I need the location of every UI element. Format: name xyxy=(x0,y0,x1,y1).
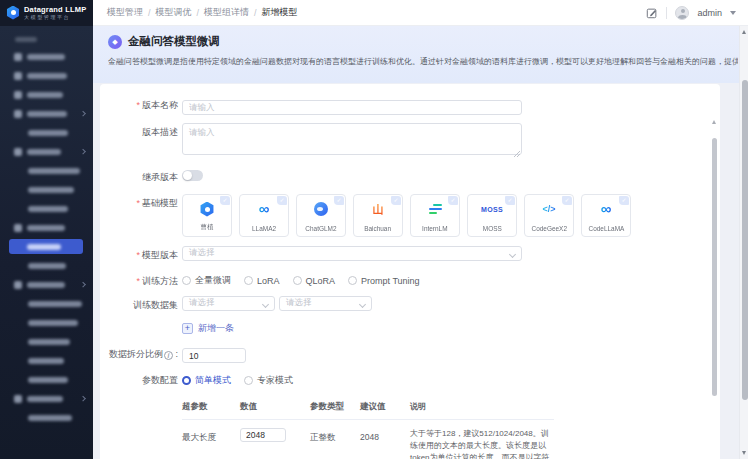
sidebar-item-label xyxy=(28,377,68,383)
sidebar-item[interactable] xyxy=(0,104,93,123)
base-model-label: 基础模型 xyxy=(100,194,178,237)
meta-infinity-logo: ∞ xyxy=(240,201,288,218)
scroll-up-icon[interactable] xyxy=(742,30,746,34)
model-card-ChatGLM2[interactable]: ✓ChatGLM2 xyxy=(296,194,346,237)
param-config-row: 参数配置 简单模式专家模式 xyxy=(100,371,720,387)
sidebar-item[interactable] xyxy=(0,218,93,237)
sidebar-item-active[interactable] xyxy=(0,237,93,256)
sidebar-item[interactable] xyxy=(0,351,93,370)
page-scrollbar-thumb[interactable] xyxy=(742,80,748,400)
sidebar-item[interactable] xyxy=(0,47,93,66)
train-method-radio[interactable]: 全量微调 xyxy=(182,274,231,287)
inherit-toggle[interactable] xyxy=(182,170,203,181)
sidebar-item[interactable] xyxy=(0,199,93,218)
breadcrumb-item[interactable]: 模型组详情 xyxy=(204,6,249,19)
page-scrollbar[interactable] xyxy=(739,26,748,459)
dataset-select[interactable]: 请选择 xyxy=(182,296,275,311)
sidebar-item-label xyxy=(27,111,67,117)
train-method-radio[interactable]: QLoRA xyxy=(293,276,336,286)
param-config-radio[interactable]: 专家模式 xyxy=(244,374,293,387)
param-desc: 大于等于128，建议512/1024/2048。训练使用的文本的最大长度。该长度… xyxy=(410,428,554,459)
chevron-down-icon[interactable] xyxy=(730,11,736,15)
breadcrumb: 模型管理/模型调优/模型组详情/新增模型 xyxy=(107,6,298,19)
resize-grip-icon[interactable] xyxy=(514,151,520,157)
breadcrumb-separator: / xyxy=(148,8,151,18)
sidebar-item[interactable] xyxy=(0,275,93,294)
scroll-up-icon[interactable] xyxy=(712,120,716,124)
version-desc-row: 版本描述 xyxy=(100,123,720,159)
model-card-CodeLLaMA[interactable]: ✓∞CodeLLaMA xyxy=(581,194,631,237)
sidebar-item[interactable] xyxy=(0,66,93,85)
sidebar-item[interactable] xyxy=(0,161,93,180)
model-card-Baichuan[interactable]: ✓山Baichuan xyxy=(353,194,403,237)
breadcrumb-item[interactable]: 模型调优 xyxy=(156,6,192,19)
sidebar-item[interactable] xyxy=(0,142,93,161)
model-card-CodeGeeX2[interactable]: ✓</>CodeGeeX2 xyxy=(524,194,574,237)
table-row: 最大长度正整数2048大于等于128，建议512/1024/2048。训练使用的… xyxy=(182,420,554,459)
logo-title: Datagrand LLMP xyxy=(24,5,86,14)
sidebar-item-label xyxy=(28,301,82,307)
add-dataset-label: 新增一条 xyxy=(198,322,234,335)
info-icon[interactable]: i xyxy=(164,351,173,360)
version-desc-textarea[interactable] xyxy=(182,123,522,155)
model-version-select[interactable]: 请选择 xyxy=(182,246,522,261)
param-config-radio[interactable]: 简单模式 xyxy=(182,374,231,387)
model-card-曹植[interactable]: ✓曹植 xyxy=(182,194,232,237)
menu-icon xyxy=(14,72,22,80)
sidebar-item-label xyxy=(27,92,63,98)
model-card-label: 曹植 xyxy=(201,222,214,231)
menu-icon xyxy=(14,53,22,61)
plus-icon: + xyxy=(182,323,193,334)
sidebar-item[interactable] xyxy=(0,123,93,142)
model-gem-icon xyxy=(108,35,122,49)
model-card-LLaMA2[interactable]: ✓∞LLaMA2 xyxy=(239,194,289,237)
menu-icon xyxy=(14,110,22,118)
add-dataset-button[interactable]: + 新增一条 xyxy=(182,322,234,335)
dataset-select[interactable]: 请选择 xyxy=(279,296,372,311)
menu-icon xyxy=(14,395,22,403)
model-card-label: CodeGeeX2 xyxy=(531,225,566,231)
username[interactable]: admin xyxy=(697,8,722,18)
card-scrollbar-thumb[interactable] xyxy=(712,138,717,396)
sidebar-active-highlight xyxy=(9,239,83,254)
model-card-label: ChatGLM2 xyxy=(305,225,336,231)
edit-note-icon[interactable] xyxy=(646,7,658,19)
sidebar-item[interactable] xyxy=(0,313,93,332)
table-header-cell: 超参数 xyxy=(182,401,240,413)
breadcrumb-item[interactable]: 模型管理 xyxy=(107,6,143,19)
sidebar-item-label xyxy=(27,149,61,155)
sidebar-item-label xyxy=(28,206,68,212)
param-value-input[interactable] xyxy=(240,428,286,442)
split-ratio-input[interactable] xyxy=(182,348,246,363)
train-method-radio[interactable]: LoRA xyxy=(244,276,280,286)
app-logo[interactable]: Datagrand LLMP 大模型管理平台 xyxy=(0,0,93,26)
sidebar-item[interactable] xyxy=(0,332,93,351)
sidebar-item[interactable] xyxy=(0,408,93,427)
user-avatar[interactable] xyxy=(675,6,689,20)
page-banner: 金融问答模型微调 金融问答模型微调是指使用特定领域的金融问题数据对现有的语言模型… xyxy=(93,26,739,83)
param-suggest: 2048 xyxy=(360,428,410,442)
model-card-InternLM[interactable]: ✓InternLM xyxy=(410,194,460,237)
sidebar-item[interactable] xyxy=(0,85,93,104)
sidebar-item[interactable] xyxy=(0,180,93,199)
moss-text-logo: MOSS xyxy=(468,201,516,218)
scroll-down-icon[interactable] xyxy=(742,451,746,455)
chevron-right-icon xyxy=(80,148,86,154)
sidebar-item-label xyxy=(27,282,65,288)
model-version-row: 模型版本 请选择 xyxy=(100,246,720,262)
sidebar-item[interactable] xyxy=(0,256,93,275)
radio-icon xyxy=(244,276,253,285)
card-scrollbar[interactable] xyxy=(712,114,717,454)
radio-icon xyxy=(348,276,357,285)
model-card-MOSS[interactable]: ✓MOSSMOSS xyxy=(467,194,517,237)
sidebar-item-label xyxy=(27,54,65,60)
sidebar-item[interactable] xyxy=(0,389,93,408)
sidebar-item[interactable] xyxy=(0,370,93,389)
inherit-label: 继承版本 xyxy=(100,168,178,184)
train-method-radio[interactable]: Prompt Tuning xyxy=(348,276,420,286)
sidebar-item-label xyxy=(28,130,68,136)
model-version-placeholder: 请选择 xyxy=(189,247,215,259)
version-name-input[interactable] xyxy=(182,100,522,115)
sidebar-item[interactable] xyxy=(0,294,93,313)
top-bar: Datagrand LLMP 大模型管理平台 模型管理/模型调优/模型组详情/新… xyxy=(0,0,748,26)
